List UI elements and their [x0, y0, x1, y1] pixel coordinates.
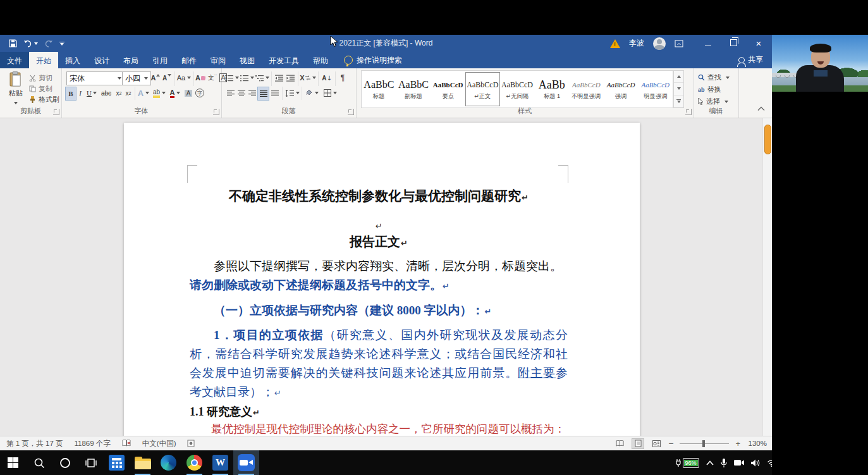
- bold-button[interactable]: B: [65, 87, 76, 101]
- camera-icon[interactable]: [734, 459, 744, 466]
- styles-scroll-down-button[interactable]: [674, 83, 683, 95]
- restore-button[interactable]: [725, 39, 742, 48]
- volume-icon[interactable]: [751, 459, 760, 467]
- clipboard-dialog-launcher[interactable]: [53, 109, 59, 115]
- style-item-intense-emphasis[interactable]: AaBbCcD 明显强调: [638, 72, 673, 106]
- search-icon[interactable]: [26, 450, 52, 475]
- italic-button[interactable]: I: [76, 87, 84, 99]
- zoom-slider-thumb[interactable]: [702, 440, 705, 447]
- proofing-icon[interactable]: [122, 440, 131, 447]
- webcam-video[interactable]: [772, 35, 868, 92]
- change-case-button[interactable]: Aa: [176, 71, 192, 84]
- subscript-button[interactable]: x2: [114, 87, 123, 99]
- collapse-ribbon-button[interactable]: [757, 106, 765, 111]
- calculator-icon[interactable]: [104, 450, 130, 475]
- style-item-keypoints[interactable]: AaBbCcD 要点: [431, 72, 465, 106]
- tell-me-search[interactable]: 操作说明搜索: [340, 52, 406, 68]
- shading-button[interactable]: [303, 87, 320, 99]
- task-view-icon[interactable]: [78, 450, 104, 475]
- style-item-emphasis[interactable]: AaBbCcD 强调: [604, 72, 639, 106]
- justify-button[interactable]: [257, 87, 269, 101]
- tab-view[interactable]: 视图: [233, 52, 262, 68]
- show-marks-button[interactable]: ¶: [337, 71, 348, 84]
- tab-layout[interactable]: 布局: [116, 52, 145, 68]
- ribbon-display-options-button[interactable]: [675, 40, 691, 47]
- bullets-button[interactable]: [225, 71, 239, 84]
- superscript-button[interactable]: x2: [124, 87, 133, 99]
- zoom-in-button[interactable]: +: [735, 439, 740, 448]
- tray-expand-chevron-icon[interactable]: [706, 460, 714, 466]
- edge-icon[interactable]: [156, 450, 181, 475]
- file-explorer-icon[interactable]: [130, 450, 156, 475]
- styles-scroll-up-button[interactable]: [674, 71, 683, 83]
- zoom-out-button[interactable]: −: [668, 438, 673, 448]
- save-icon[interactable]: [9, 39, 17, 47]
- text-effects-button[interactable]: A: [137, 87, 150, 99]
- page-indicator[interactable]: 第 1 页，共 17 页: [6, 439, 63, 448]
- find-button[interactable]: 查找: [698, 73, 730, 82]
- font-color-button[interactable]: A: [168, 87, 182, 99]
- print-layout-button[interactable]: [632, 438, 644, 449]
- zoom-slider[interactable]: [680, 443, 729, 444]
- tab-references[interactable]: 引用: [145, 52, 174, 68]
- word-count[interactable]: 11869 个字: [74, 439, 110, 448]
- style-item-no-spacing[interactable]: AaBbCcD ↵无间隔: [500, 72, 535, 106]
- cut-button[interactable]: 剪切: [29, 73, 52, 83]
- microphone-icon[interactable]: [721, 459, 727, 467]
- character-shading-button[interactable]: A: [183, 87, 193, 99]
- borders-button[interactable]: [321, 87, 339, 99]
- copy-button[interactable]: 复制: [29, 84, 52, 94]
- scrollbar-thumb[interactable]: [764, 125, 771, 154]
- font-dialog-launcher[interactable]: [213, 109, 219, 115]
- font-size-combobox[interactable]: 小四: [122, 71, 151, 85]
- style-item-subtle-emphasis[interactable]: AaBbCcD 不明显强调: [569, 72, 604, 106]
- cortana-icon[interactable]: [52, 450, 78, 475]
- styles-dialog-launcher[interactable]: [685, 109, 692, 115]
- share-button[interactable]: 共享: [738, 54, 763, 65]
- tab-home[interactable]: 开始: [29, 52, 58, 68]
- tab-mailings[interactable]: 邮件: [174, 52, 204, 68]
- strikethrough-button[interactable]: abc: [99, 87, 113, 99]
- start-button[interactable]: [0, 450, 26, 475]
- decrease-indent-button[interactable]: [273, 71, 284, 84]
- phonetic-guide-icon[interactable]: 文··: [207, 71, 217, 84]
- tab-review[interactable]: 审阅: [204, 52, 233, 68]
- font-name-combobox[interactable]: 宋体: [66, 71, 125, 85]
- format-painter-button[interactable]: 格式刷: [29, 95, 59, 104]
- language-indicator[interactable]: 中文(中国): [142, 439, 176, 448]
- style-item-title[interactable]: AaBbC 标题: [362, 72, 396, 106]
- underline-button[interactable]: U: [85, 87, 98, 99]
- tab-developer[interactable]: 开发工具: [262, 52, 306, 68]
- style-item-subtitle[interactable]: AaBbC 副标题: [396, 72, 431, 106]
- sort-button[interactable]: A↓: [320, 71, 334, 84]
- select-button[interactable]: 选择: [698, 97, 728, 106]
- tab-design[interactable]: 设计: [87, 52, 116, 68]
- enclose-characters-button[interactable]: 字: [195, 87, 205, 99]
- asian-layout-button[interactable]: X: [300, 71, 316, 84]
- minimize-button[interactable]: [700, 39, 716, 48]
- read-mode-button[interactable]: [614, 439, 625, 448]
- user-avatar[interactable]: [653, 37, 666, 50]
- tab-file[interactable]: 文件: [0, 52, 29, 68]
- tab-insert[interactable]: 插入: [58, 52, 87, 68]
- word-taskbar-icon[interactable]: W: [207, 450, 233, 475]
- web-layout-button[interactable]: [651, 439, 662, 448]
- warning-icon[interactable]: !: [610, 39, 620, 48]
- zoom-level[interactable]: 130%: [747, 440, 767, 447]
- grow-font-button[interactable]: A: [150, 71, 161, 84]
- document-canvas[interactable]: 不确定非线性系统控制参数化与最优控制问题研究↵ ↵ 报告正文↵ 参照以下提纲撰写…: [0, 118, 772, 436]
- multilevel-list-button[interactable]: [255, 71, 269, 84]
- distribute-button[interactable]: [269, 87, 280, 99]
- close-button[interactable]: ×: [750, 38, 767, 49]
- undo-button[interactable]: [23, 40, 38, 47]
- numbering-button[interactable]: [240, 71, 254, 84]
- paragraph-dialog-launcher[interactable]: [348, 109, 354, 115]
- battery-indicator[interactable]: 96%: [675, 458, 699, 468]
- increase-indent-button[interactable]: [284, 71, 296, 84]
- line-spacing-button[interactable]: [284, 87, 300, 99]
- page[interactable]: 不确定非线性系统控制参数化与最优控制问题研究↵ ↵ 报告正文↵ 参照以下提纲撰写…: [124, 123, 640, 436]
- vertical-scrollbar[interactable]: [762, 118, 772, 436]
- undo-caret-icon[interactable]: [34, 42, 38, 45]
- highlight-color-button[interactable]: ab: [152, 87, 167, 99]
- redo-button[interactable]: [44, 40, 53, 47]
